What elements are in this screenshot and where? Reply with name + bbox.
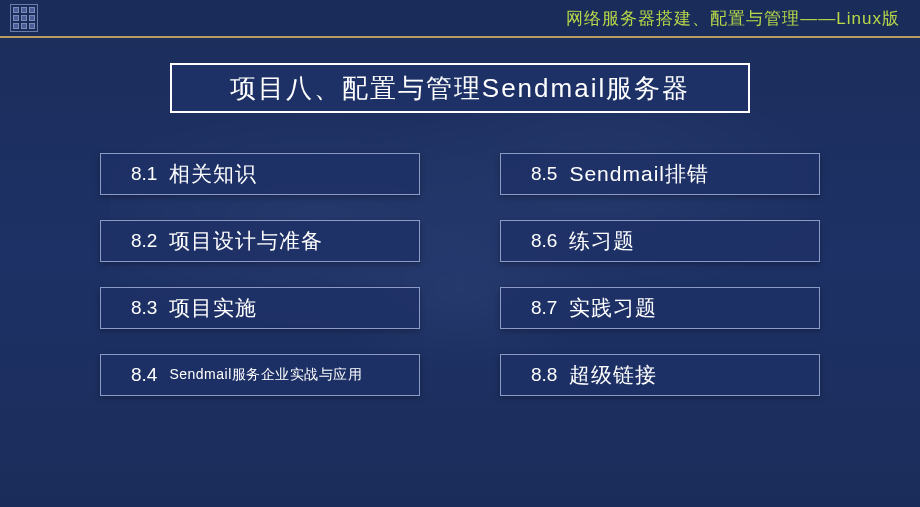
toc-item-8-2[interactable]: 8.2 项目设计与准备 [100, 220, 420, 262]
toc-item-8-4[interactable]: 8.4 Sendmail服务企业实战与应用 [100, 354, 420, 396]
item-label: 相关知识 [169, 160, 257, 188]
item-number: 8.2 [131, 230, 157, 252]
header-text: 网络服务器搭建、配置与管理——Linux版 [566, 7, 900, 30]
item-number: 8.8 [531, 364, 557, 386]
toc-item-8-8[interactable]: 8.8 超级链接 [500, 354, 820, 396]
item-number: 8.3 [131, 297, 157, 319]
item-number: 8.1 [131, 163, 157, 185]
item-label: 项目设计与准备 [169, 227, 323, 255]
item-label: 超级链接 [569, 361, 657, 389]
toc-item-8-5[interactable]: 8.5 Sendmail排错 [500, 153, 820, 195]
slide-title: 项目八、配置与管理Sendmail服务器 [170, 63, 750, 113]
toc-item-8-1[interactable]: 8.1 相关知识 [100, 153, 420, 195]
top-bar: 网络服务器搭建、配置与管理——Linux版 [0, 0, 920, 38]
item-label: Sendmail排错 [569, 160, 709, 188]
content-area: 8.1 相关知识 8.2 项目设计与准备 8.3 项目实施 8.4 Sendma… [0, 153, 920, 396]
grid-icon[interactable] [10, 4, 38, 32]
item-number: 8.4 [131, 364, 157, 386]
item-label: 练习题 [569, 227, 635, 255]
toc-item-8-6[interactable]: 8.6 练习题 [500, 220, 820, 262]
item-number: 8.7 [531, 297, 557, 319]
toc-item-8-7[interactable]: 8.7 实践习题 [500, 287, 820, 329]
item-label: 项目实施 [169, 294, 257, 322]
item-number: 8.5 [531, 163, 557, 185]
item-label: Sendmail服务企业实战与应用 [169, 366, 362, 384]
item-number: 8.6 [531, 230, 557, 252]
item-label: 实践习题 [569, 294, 657, 322]
left-column: 8.1 相关知识 8.2 项目设计与准备 8.3 项目实施 8.4 Sendma… [100, 153, 420, 396]
right-column: 8.5 Sendmail排错 8.6 练习题 8.7 实践习题 8.8 超级链接 [500, 153, 820, 396]
toc-item-8-3[interactable]: 8.3 项目实施 [100, 287, 420, 329]
